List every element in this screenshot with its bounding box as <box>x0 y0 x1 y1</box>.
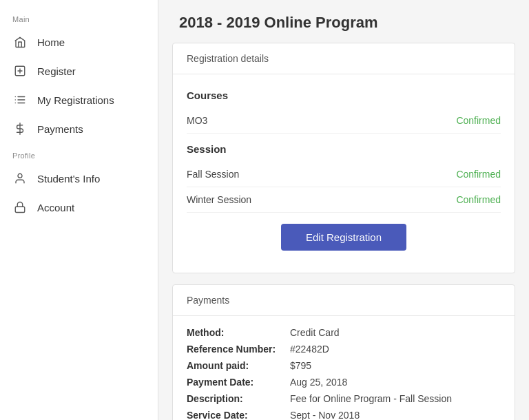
registration-card-body: Courses MO3 Confirmed Session Fall Sessi… <box>173 74 515 273</box>
register-icon <box>12 65 28 77</box>
sidebar-item-register[interactable]: Register <box>0 56 158 85</box>
sidebar-item-my-registrations[interactable]: My Registrations <box>0 85 158 114</box>
method-label: Method: <box>187 327 290 338</box>
svg-point-10 <box>18 174 22 178</box>
sidebar-register-label: Register <box>37 65 76 77</box>
amount-field: Amount paid: $795 <box>187 360 501 371</box>
payments-card: Payments Method: Credit Card Reference N… <box>172 284 515 420</box>
fall-session-row: Fall Session Confirmed <box>187 162 501 187</box>
sidebar: Main Home Register My Registrations Paym… <box>0 0 158 420</box>
list-icon <box>12 94 28 106</box>
payments-section-title: Payments <box>173 285 515 316</box>
courses-label: Courses <box>187 90 501 101</box>
amount-label: Amount paid: <box>187 360 290 371</box>
user-icon <box>12 172 28 185</box>
sidebar-profile-label: Profile <box>0 143 158 164</box>
course-status: Confirmed <box>456 115 501 126</box>
svg-rect-11 <box>15 207 25 212</box>
reference-value: #22482D <box>290 344 329 355</box>
service-date-label: Service Date: <box>187 410 290 420</box>
amount-value: $795 <box>290 360 311 371</box>
fall-session-name: Fall Session <box>187 169 239 180</box>
method-field: Method: Credit Card <box>187 327 501 338</box>
fall-session-status: Confirmed <box>456 169 501 180</box>
description-value: Fee for Online Program - Fall Session <box>290 393 452 404</box>
edit-registration-button[interactable]: Edit Registration <box>281 224 406 251</box>
winter-session-name: Winter Session <box>187 194 251 205</box>
payments-body: Method: Credit Card Reference Number: #2… <box>173 316 515 420</box>
service-date-field: Service Date: Sept - Nov 2018 <box>187 410 501 420</box>
sidebar-item-students-info[interactable]: Student's Info <box>0 164 158 193</box>
service-date-value: Sept - Nov 2018 <box>290 410 360 420</box>
registration-section-title: Registration details <box>173 43 515 74</box>
session-label: Session <box>187 143 501 155</box>
sidebar-item-home[interactable]: Home <box>0 28 158 56</box>
sidebar-my-registrations-label: My Registrations <box>37 94 114 106</box>
lock-icon <box>12 201 28 213</box>
method-value: Credit Card <box>290 327 340 338</box>
sidebar-account-label: Account <box>37 202 74 213</box>
payment-date-label: Payment Date: <box>187 377 290 388</box>
sidebar-payments-label: Payments <box>37 123 83 135</box>
page-title: 2018 - 2019 Online Program <box>158 0 529 43</box>
course-name: MO3 <box>187 115 207 126</box>
sidebar-item-payments[interactable]: Payments <box>0 114 158 143</box>
winter-session-status: Confirmed <box>456 194 501 205</box>
reference-label: Reference Number: <box>187 344 290 355</box>
payment-date-value: Aug 25, 2018 <box>290 377 347 388</box>
course-row: MO3 Confirmed <box>187 108 501 134</box>
sidebar-students-info-label: Student's Info <box>37 173 100 185</box>
description-field: Description: Fee for Online Program - Fa… <box>187 393 501 404</box>
sidebar-item-account[interactable]: Account <box>0 193 158 222</box>
sidebar-main-label: Main <box>0 7 158 28</box>
registration-details-card: Registration details Courses MO3 Confirm… <box>172 43 515 273</box>
winter-session-row: Winter Session Confirmed <box>187 187 501 213</box>
description-label: Description: <box>187 393 290 404</box>
home-icon <box>12 36 28 48</box>
payment-date-field: Payment Date: Aug 25, 2018 <box>187 377 501 388</box>
sidebar-home-label: Home <box>37 36 65 48</box>
reference-field: Reference Number: #22482D <box>187 344 501 355</box>
main-content: 2018 - 2019 Online Program Registration … <box>158 0 529 420</box>
dollar-icon <box>12 123 28 135</box>
